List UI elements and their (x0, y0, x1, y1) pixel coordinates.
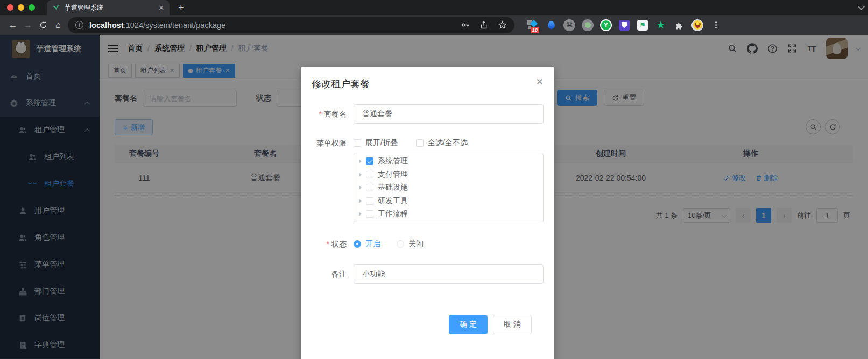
tree-checkbox-checked[interactable] (366, 157, 373, 165)
dialog-body: 套餐名 菜单权限 展开/折叠 全选/全不选 系统管理 支付管理 基础设施 研发工… (301, 90, 554, 334)
browser-toolbar: ← → ⌂ i localhost:1024/system/tenant/pac… (0, 15, 868, 35)
url-host: localhost (89, 21, 124, 30)
status-radio-on[interactable] (354, 240, 361, 248)
extension-shield-icon[interactable] (618, 19, 631, 32)
extension-badge: 10 (531, 27, 539, 33)
tree-item[interactable]: 支付管理 (354, 168, 543, 182)
tab-favicon-plant-icon (52, 4, 60, 12)
tree-checkbox[interactable] (366, 197, 373, 205)
tree-expand-icon[interactable] (359, 212, 362, 216)
window-controls[interactable] (7, 4, 35, 11)
browser-tab[interactable]: 芋道管理系统 ✕ (47, 0, 170, 15)
extension-star-icon[interactable] (654, 19, 667, 32)
share-icon[interactable] (479, 20, 488, 30)
extension-command-icon[interactable]: ⌘ (563, 19, 576, 32)
extension-balloon-icon[interactable] (545, 19, 558, 32)
status-radio-off[interactable] (397, 240, 404, 248)
address-bar[interactable]: i localhost:1024/system/tenant/package (68, 17, 514, 33)
browser-profile-avatar[interactable] (691, 19, 704, 32)
tab-strip: 芋道管理系统 ✕ + (0, 0, 868, 15)
back-button[interactable]: ← (5, 18, 20, 33)
tree-expand-icon[interactable] (359, 185, 362, 190)
reload-button[interactable] (36, 18, 51, 33)
expand-collapse-checkbox[interactable] (354, 139, 361, 147)
site-info-icon[interactable]: i (75, 21, 83, 29)
tree-expand-icon[interactable] (359, 173, 362, 177)
cancel-button[interactable]: 取 消 (493, 315, 532, 334)
select-all-checkbox[interactable] (416, 139, 424, 147)
tree-expand-icon[interactable] (359, 199, 362, 203)
tree-checkbox[interactable] (366, 210, 373, 218)
name-field-label: 套餐名 (312, 104, 354, 124)
tab-close-icon[interactable]: ✕ (158, 4, 164, 12)
forward-button[interactable]: → (20, 18, 36, 33)
permissions-label: 菜单权限 (312, 138, 354, 222)
minimize-window-button[interactable] (18, 4, 24, 11)
dialog-close-icon[interactable]: ✕ (536, 77, 544, 87)
extension-y-icon[interactable]: Y (599, 19, 612, 32)
remark-field[interactable] (354, 264, 544, 284)
browser-chrome: 芋道管理系统 ✕ + ← → ⌂ i localhost:1024/system… (0, 0, 868, 35)
remark-field-label: 备注 (312, 264, 354, 284)
form-row-permissions: 菜单权限 展开/折叠 全选/全不选 系统管理 支付管理 基础设施 研发工具 工作… (312, 138, 544, 222)
extension-gray-circle-icon[interactable] (581, 19, 594, 32)
menu-permission-tree: 系统管理 支付管理 基础设施 研发工具 工作流程 (354, 153, 544, 222)
tree-item[interactable]: 研发工具 (354, 195, 543, 208)
dialog-footer: 确 定 取 消 (312, 315, 544, 334)
tree-item[interactable]: 工作流程 (354, 207, 543, 221)
tree-checkbox[interactable] (366, 171, 373, 178)
tree-expand-icon[interactable] (359, 159, 362, 163)
maximize-window-button[interactable] (29, 4, 35, 11)
tree-item[interactable]: 基础设施 (354, 181, 543, 195)
bookmark-star-icon[interactable] (498, 20, 507, 30)
dialog-title: 修改租户套餐 (312, 78, 370, 89)
edit-package-dialog: 修改租户套餐 ✕ 套餐名 菜单权限 展开/折叠 全选/全不选 系统管理 支付管理… (301, 67, 554, 359)
extensions-puzzle-icon[interactable] (673, 19, 686, 32)
select-all-label[interactable]: 全选/全不选 (428, 138, 468, 148)
package-name-field[interactable] (354, 104, 544, 124)
status-on-label[interactable]: 开启 (365, 239, 380, 249)
home-button[interactable]: ⌂ (51, 18, 66, 33)
tab-title: 芋道管理系统 (65, 3, 155, 12)
extension-flag-icon[interactable]: ⚑ (636, 19, 649, 32)
tree-checkbox[interactable] (366, 184, 373, 191)
new-tab-button[interactable]: + (178, 2, 184, 13)
url-path: :1024/system/tenant/package (124, 21, 225, 30)
password-key-icon[interactable] (461, 20, 470, 30)
confirm-button[interactable]: 确 定 (449, 315, 488, 334)
form-row-remark: 备注 (312, 264, 544, 284)
form-row-status: 状态 开启 关闭 (312, 239, 544, 249)
extension-icons: 10 ⌘ Y ⚑ (526, 19, 722, 32)
status-off-label[interactable]: 关闭 (408, 239, 424, 249)
url-text[interactable]: localhost:1024/system/tenant/package (89, 21, 225, 30)
close-window-button[interactable] (7, 4, 13, 11)
extension-devtools-icon[interactable]: 10 (526, 19, 539, 32)
tabstrip-chevron-down-icon[interactable] (858, 3, 865, 10)
tree-item[interactable]: 系统管理 (354, 155, 543, 168)
form-row-name: 套餐名 (312, 104, 544, 124)
expand-collapse-label[interactable]: 展开/折叠 (365, 138, 398, 148)
dialog-header: 修改租户套餐 ✕ (301, 67, 554, 90)
status-field-label: 状态 (312, 240, 354, 248)
browser-menu-icon[interactable] (709, 19, 722, 32)
